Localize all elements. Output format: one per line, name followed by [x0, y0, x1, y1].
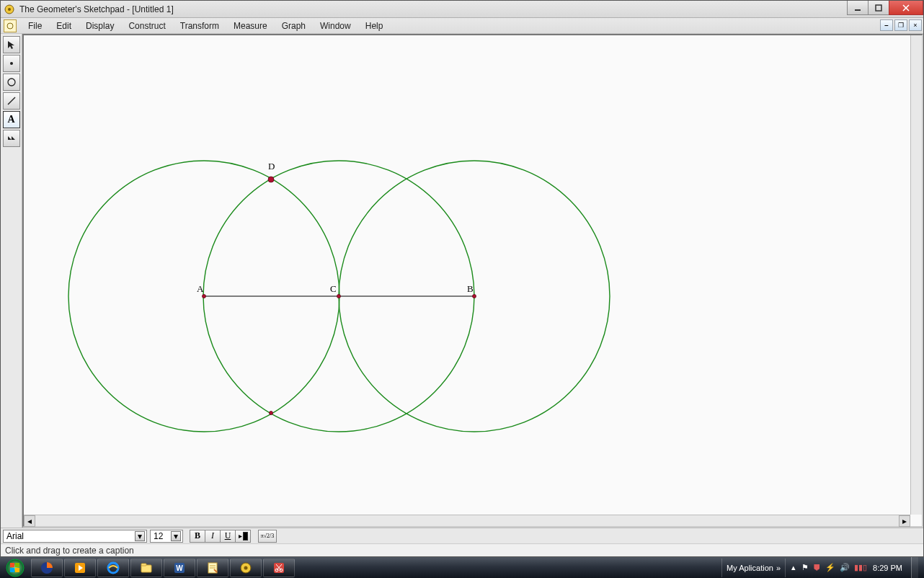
size-combo[interactable]: 12 ▾ [150, 530, 183, 543]
vertical-scrollbar[interactable] [910, 35, 922, 515]
doc-minimize-button[interactable]: ‒ [880, 19, 893, 31]
point-label[interactable]: D [268, 161, 275, 172]
point-label[interactable]: C [330, 283, 337, 295]
point-label[interactable]: A [197, 283, 203, 295]
svg-point-27 [244, 566, 248, 569]
tray-overflow-icon[interactable]: ▴ [791, 563, 796, 572]
task-word[interactable]: W [164, 559, 195, 577]
close-button[interactable] [889, 1, 923, 15]
svg-point-1 [8, 8, 11, 11]
horizontal-scrollbar[interactable]: ◂ ▸ [24, 515, 910, 526]
dropdown-arrow-icon[interactable]: ▾ [135, 531, 145, 541]
line-tool[interactable] [3, 92, 20, 110]
start-button[interactable] [0, 557, 30, 578]
menu-display[interactable]: Display [79, 19, 121, 32]
menu-bar: File Edit Display Construct Transform Me… [1, 18, 923, 34]
svg-rect-12 [15, 563, 19, 567]
svg-point-6 [7, 23, 13, 29]
svg-text:W: W [176, 564, 183, 572]
svg-point-8 [8, 79, 15, 86]
task-notes[interactable] [197, 559, 228, 577]
color-button[interactable]: ▸ [235, 530, 251, 543]
show-desktop-button[interactable] [911, 557, 918, 578]
volume-icon[interactable]: 🔊 [840, 563, 850, 572]
system-tray: My Aplication » ▴ ⚑ ⛊ ⚡ 🔊 ▮▮▯ 8:29 PM [721, 557, 924, 578]
point[interactable] [270, 412, 273, 415]
menu-file[interactable]: File [21, 19, 49, 32]
text-tool[interactable]: A [3, 111, 20, 128]
custom-tool[interactable] [3, 130, 20, 147]
svg-rect-11 [10, 563, 14, 567]
status-text: Click and drag to create a caption [5, 546, 134, 556]
scroll-left-icon[interactable]: ◂ [24, 515, 35, 527]
window-controls [848, 1, 923, 15]
svg-rect-20 [141, 564, 146, 566]
menu-transform[interactable]: Transform [173, 19, 226, 32]
svg-line-9 [8, 97, 15, 105]
menu-help[interactable]: Help [358, 19, 391, 32]
app-icon [4, 4, 15, 15]
work-area: A ABCD ◂ ▸ [1, 34, 923, 528]
menu-construct[interactable]: Construct [121, 19, 172, 32]
svg-point-7 [10, 62, 13, 65]
tray-icons: ⚑ ⛊ ⚡ 🔊 ▮▮▯ [801, 563, 867, 572]
sketch-canvas[interactable]: ABCD [24, 35, 910, 515]
canvas-shell: ABCD ◂ ▸ [22, 34, 923, 528]
task-snip[interactable] [263, 559, 295, 577]
math-format-button[interactable]: π√2/3 [258, 530, 277, 543]
app-window: The Geometer's Sketchpad - [Untitled 1] … [0, 0, 924, 557]
point-label[interactable]: B [467, 283, 474, 295]
arrow-tool[interactable] [3, 36, 20, 53]
point[interactable] [337, 295, 341, 298]
point-tool[interactable] [3, 55, 20, 72]
doc-window-controls: ‒ ❐ × [880, 19, 922, 31]
title-bar[interactable]: The Geometer's Sketchpad - [Untitled 1] [1, 1, 923, 18]
status-bar: Click and drag to create a caption [1, 543, 923, 556]
svg-rect-13 [10, 568, 14, 572]
battery-icon[interactable]: ⚡ [825, 563, 835, 572]
italic-button[interactable]: I [205, 530, 221, 543]
network-icon[interactable]: ▮▮▯ [854, 563, 867, 572]
menu-window[interactable]: Window [313, 19, 358, 32]
task-ie[interactable] [97, 559, 129, 577]
chevron-right-icon: » [776, 564, 781, 572]
style-buttons: B I U ▸ [190, 530, 251, 543]
task-firefox[interactable] [31, 559, 63, 577]
clock[interactable]: 8:29 PM [873, 564, 905, 572]
scroll-right-icon[interactable]: ▸ [899, 515, 910, 527]
circle-tool[interactable] [3, 74, 20, 91]
minimize-button[interactable] [847, 1, 869, 15]
toolbox: A [1, 34, 22, 528]
menu-edit[interactable]: Edit [49, 19, 79, 32]
shield-icon[interactable]: ⛊ [813, 564, 821, 572]
menu-measure[interactable]: Measure [226, 19, 275, 32]
bold-button[interactable]: B [190, 530, 205, 543]
task-explorer[interactable] [130, 559, 162, 577]
point[interactable] [473, 295, 476, 298]
svg-rect-3 [876, 5, 881, 11]
point[interactable] [203, 295, 206, 298]
doc-icon [4, 19, 17, 32]
underline-button[interactable]: U [220, 530, 236, 543]
font-combo[interactable]: Arial ▾ [3, 530, 147, 543]
format-bar: Arial ▾ 12 ▾ B I U ▸ π√2/3 [1, 528, 923, 543]
menu-graph[interactable]: Graph [275, 19, 313, 32]
window-title: The Geometer's Sketchpad - [Untitled 1] [19, 4, 174, 14]
tray-app[interactable]: My Aplication » [721, 559, 786, 577]
font-value: Arial [6, 531, 24, 541]
task-mediaplayer[interactable] [64, 559, 96, 577]
doc-close-button[interactable]: × [909, 19, 922, 31]
flag-icon[interactable]: ⚑ [801, 563, 809, 572]
doc-restore-button[interactable]: ❐ [894, 19, 907, 31]
taskbar[interactable]: W My Aplication » ▴ ⚑ ⛊ ⚡ 🔊 ▮▮▯ 8:29 PM [0, 557, 924, 578]
color-swatch-icon [243, 532, 248, 541]
task-sketchpad[interactable] [230, 559, 262, 577]
dropdown-arrow-icon[interactable]: ▾ [171, 531, 181, 541]
point[interactable] [268, 177, 274, 182]
maximize-button[interactable] [868, 1, 889, 15]
svg-rect-14 [15, 568, 19, 572]
size-value: 12 [154, 531, 163, 541]
